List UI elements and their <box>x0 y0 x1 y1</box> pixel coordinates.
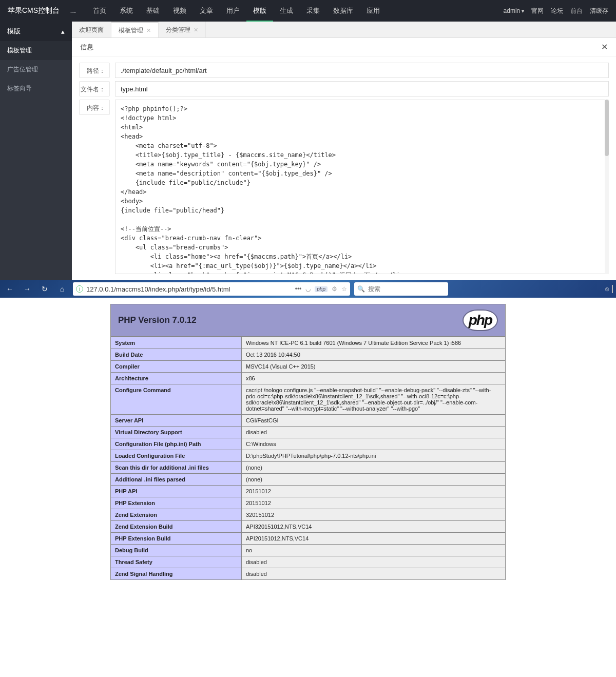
panel-title: 信息 <box>80 43 93 52</box>
phpinfo-key: Additional .ini files parsed <box>111 474 242 486</box>
scrollbar-thumb[interactable] <box>605 100 609 156</box>
forward-button[interactable]: → <box>21 282 34 296</box>
tab-label: 分类管理 <box>166 22 190 38</box>
link-front[interactable]: 前台 <box>570 7 583 15</box>
reload-button[interactable]: ↻ <box>38 282 51 296</box>
top-nav: 首页系统基础视频文章用户模版生成采集数据库应用 <box>86 0 503 22</box>
tab-0[interactable]: 欢迎页面 <box>72 22 111 37</box>
search-input[interactable] <box>368 285 445 293</box>
phpinfo-key: Virtual Directory Support <box>111 427 242 438</box>
content-label: 内容： <box>79 100 110 115</box>
phpinfo-row: PHP API20151012 <box>111 486 506 497</box>
phpinfo-key: Thread Safety <box>111 556 242 568</box>
sidebar-header-label: 模版 <box>7 27 21 36</box>
path-input[interactable] <box>115 63 609 78</box>
sidebar-item-1[interactable]: 广告位管理 <box>0 60 72 79</box>
phpinfo-value: disabled <box>242 427 506 438</box>
close-icon[interactable]: ✕ <box>601 42 608 52</box>
info-icon[interactable]: i <box>76 285 83 293</box>
topnav-item-5[interactable]: 用户 <box>220 0 246 22</box>
admin-dropdown[interactable]: admin <box>504 7 524 14</box>
phpinfo-header: PHP Version 7.0.12 php <box>111 304 505 336</box>
topnav-item-1[interactable]: 系统 <box>113 0 140 22</box>
sidebar-header[interactable]: 模版 ▴ <box>0 22 72 41</box>
phpinfo-key: System <box>111 337 242 349</box>
tab-close-icon[interactable]: ✕ <box>194 22 198 38</box>
tab-close-icon[interactable]: ✕ <box>146 22 151 38</box>
tab-label: 欢迎页面 <box>79 22 104 38</box>
topnav-item-4[interactable]: 文章 <box>193 0 220 22</box>
topnav-item-2[interactable]: 基础 <box>140 0 166 22</box>
phpinfo-row: Zend Signal Handlingdisabled <box>111 568 506 580</box>
content-textarea[interactable] <box>115 100 609 274</box>
more-dots-icon[interactable]: ••• <box>295 285 302 293</box>
urlbar-icons: ••• ◡ php ⚙ ☆ <box>295 285 347 293</box>
phpinfo-row: Scan this dir for additional .ini files(… <box>111 462 506 474</box>
phpinfo-value: (none) <box>242 474 506 486</box>
phpinfo-key: Architecture <box>111 373 242 384</box>
phpinfo-value: 320151012 <box>242 509 506 521</box>
home-button[interactable]: ⌂ <box>55 282 69 296</box>
phpinfo-body: SystemWindows NT ICE-PC 6.1 build 7601 (… <box>110 337 506 580</box>
browser-right-icons: ⎋ <box>605 285 613 293</box>
back-button[interactable]: ← <box>3 282 16 296</box>
phpinfo-row: Configure Commandcscript /nologo configu… <box>111 384 506 415</box>
phpinfo-title: PHP Version 7.0.12 <box>118 315 197 325</box>
topnav-item-0[interactable]: 首页 <box>86 0 113 22</box>
sidebar-item-2[interactable]: 标签向导 <box>0 79 72 98</box>
topnav-item-6[interactable]: 模版 <box>246 0 273 22</box>
topnav-item-10[interactable]: 应用 <box>360 0 387 22</box>
brand-title: 苹果CMS控制台 <box>8 6 60 15</box>
link-forum[interactable]: 论坛 <box>551 7 563 15</box>
tab-1[interactable]: 模板管理✕ <box>111 22 159 37</box>
phpinfo-key: Configuration File (php.ini) Path <box>111 438 242 450</box>
phpinfo-value: 20151012 <box>242 486 506 497</box>
link-clear-cache[interactable]: 清缓存 <box>590 7 608 15</box>
admin-layout: 模版 ▴ 模板管理广告位管理标签向导 欢迎页面模板管理✕分类管理✕ 信息 ✕ 路… <box>0 22 616 280</box>
link-official[interactable]: 官网 <box>531 7 544 15</box>
phpinfo-row: PHP Extension BuildAPI20151012,NTS,VC14 <box>111 533 506 545</box>
library-icon[interactable]: ⎋ <box>605 285 609 293</box>
topnav-item-8[interactable]: 采集 <box>300 0 326 22</box>
phpinfo-row: SystemWindows NT ICE-PC 6.1 build 7601 (… <box>111 337 506 349</box>
phpinfo-key: Zend Extension Build <box>111 521 242 533</box>
sidebar-item-0[interactable]: 模板管理 <box>0 41 72 60</box>
phpinfo-row: Server APICGI/FastCGI <box>111 415 506 427</box>
topnav-item-3[interactable]: 视频 <box>166 0 193 22</box>
more-ellipsis[interactable]: … <box>70 7 76 14</box>
phpinfo-table: SystemWindows NT ICE-PC 6.1 build 7601 (… <box>110 337 506 580</box>
phpinfo-value: Oct 13 2016 10:44:50 <box>242 349 506 361</box>
star-icon[interactable]: ☆ <box>341 285 347 293</box>
phpinfo-value: CGI/FastCGI <box>242 415 506 427</box>
search-icon: 🔍 <box>357 285 365 293</box>
phpinfo-value: (none) <box>242 462 506 474</box>
shield-icon[interactable]: ◡ <box>305 285 311 293</box>
phpinfo-key: Scan this dir for additional .ini files <box>111 462 242 474</box>
phpinfo-row: Architecturex86 <box>111 373 506 384</box>
panel-title-bar: 信息 ✕ <box>72 38 616 56</box>
filename-label: 文件名： <box>79 81 110 96</box>
template-form: 路径： 文件名： 内容： <box>72 56 616 280</box>
phpinfo-value: Windows NT ICE-PC 6.1 build 7601 (Window… <box>242 337 506 349</box>
top-bar: 苹果CMS控制台 … 首页系统基础视频文章用户模版生成采集数据库应用 admin… <box>0 0 616 22</box>
scrollbar-track[interactable] <box>605 100 609 274</box>
sidebar-toggle-icon[interactable] <box>612 285 613 293</box>
phpinfo-key: Debug Build <box>111 545 242 556</box>
topnav-item-9[interactable]: 数据库 <box>326 0 360 22</box>
phpinfo-row: Zend Extension320151012 <box>111 509 506 521</box>
phpinfo-key: Configure Command <box>111 384 242 415</box>
phpinfo-value: disabled <box>242 556 506 568</box>
phpinfo-row: Zend Extension BuildAPI320151012,NTS,VC1… <box>111 521 506 533</box>
phpinfo-key: PHP Extension Build <box>111 533 242 545</box>
phpinfo-row: Virtual Directory Supportdisabled <box>111 427 506 438</box>
tab-2[interactable]: 分类管理✕ <box>159 22 206 37</box>
phpinfo-key: Loaded Configuration File <box>111 450 242 462</box>
url-input[interactable] <box>86 285 292 293</box>
phpinfo-key: PHP API <box>111 486 242 497</box>
php-logo: php <box>463 310 498 331</box>
path-label: 路径： <box>79 63 110 78</box>
filename-input[interactable] <box>115 81 609 96</box>
gear-icon[interactable]: ⚙ <box>332 285 337 293</box>
phpinfo-row: Additional .ini files parsed(none) <box>111 474 506 486</box>
topnav-item-7[interactable]: 生成 <box>273 0 300 22</box>
